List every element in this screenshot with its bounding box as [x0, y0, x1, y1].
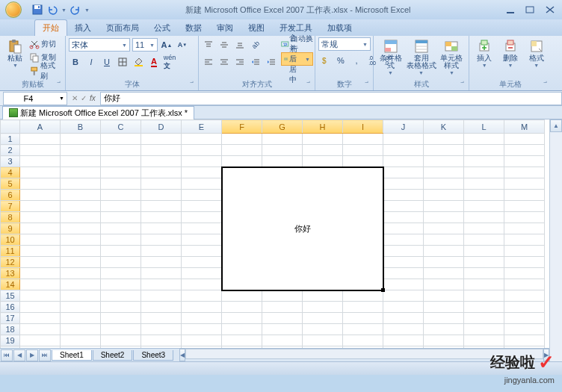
cell[interactable] [424, 234, 464, 246]
cell[interactable] [262, 145, 303, 156]
align-middle-button[interactable] [217, 38, 231, 52]
cell[interactable] [101, 290, 141, 302]
cell[interactable] [383, 290, 424, 302]
cell[interactable] [61, 167, 101, 178]
cell[interactable] [424, 335, 464, 346]
row-header[interactable]: 7 [1, 201, 20, 212]
cell[interactable] [424, 290, 464, 302]
column-header[interactable]: E [182, 120, 222, 134]
row-header[interactable]: 9 [1, 223, 20, 234]
cell[interactable] [141, 279, 182, 290]
cell[interactable] [343, 290, 383, 302]
cell[interactable] [262, 134, 303, 145]
cell[interactable] [262, 335, 303, 346]
cell[interactable] [464, 335, 504, 346]
tab-home[interactable]: 开始 [34, 19, 67, 36]
cell[interactable] [383, 178, 424, 190]
cell[interactable] [141, 257, 182, 268]
cell[interactable] [101, 134, 141, 145]
row-header[interactable]: 10 [1, 234, 20, 246]
cell[interactable] [464, 201, 504, 212]
cell[interactable] [343, 324, 383, 335]
tab-review[interactable]: 审阅 [209, 20, 241, 36]
cell[interactable] [504, 324, 545, 335]
cell[interactable] [141, 302, 182, 313]
cell[interactable] [141, 246, 182, 257]
cell[interactable] [182, 290, 222, 302]
align-left-button[interactable] [202, 55, 215, 69]
scroll-up-icon[interactable]: ▲ [550, 119, 562, 132]
cell[interactable] [141, 313, 182, 324]
cell[interactable] [20, 223, 61, 234]
cell[interactable] [262, 290, 303, 302]
cell[interactable] [222, 324, 262, 335]
prev-sheet-icon[interactable]: ◀ [13, 349, 25, 361]
cell[interactable] [61, 223, 101, 234]
cell[interactable] [424, 145, 464, 156]
cell[interactable] [61, 279, 101, 290]
cell[interactable] [222, 145, 262, 156]
align-bottom-button[interactable] [233, 38, 247, 52]
format-table-button[interactable]: 套用 表格格式▼ [406, 37, 436, 75]
cell[interactable] [303, 313, 343, 324]
font-color-button[interactable]: A [147, 55, 161, 69]
cell[interactable] [222, 134, 262, 145]
cell-styles-button[interactable]: 单元格 样式▼ [438, 37, 466, 75]
cell[interactable] [424, 156, 464, 167]
cell[interactable] [504, 223, 545, 234]
cell[interactable] [182, 201, 222, 212]
cell[interactable] [101, 145, 141, 156]
cell[interactable] [343, 156, 383, 167]
row-header[interactable]: 19 [1, 335, 20, 346]
orientation-button[interactable]: ab [249, 38, 262, 52]
cell[interactable] [141, 178, 182, 190]
row-header[interactable]: 17 [1, 313, 20, 324]
cell[interactable] [61, 212, 101, 223]
cell[interactable] [343, 134, 383, 145]
row-header[interactable]: 5 [1, 178, 20, 190]
cell[interactable] [464, 257, 504, 268]
cell[interactable] [222, 335, 262, 346]
save-icon[interactable] [31, 4, 43, 16]
column-header[interactable]: I [343, 120, 383, 134]
cell[interactable] [101, 190, 141, 201]
cell[interactable] [182, 246, 222, 257]
cell[interactable] [383, 268, 424, 279]
cell[interactable] [464, 212, 504, 223]
cell[interactable] [141, 201, 182, 212]
cell[interactable] [303, 134, 343, 145]
tab-view[interactable]: 视图 [241, 20, 272, 36]
cell[interactable] [424, 324, 464, 335]
row-header[interactable]: 13 [1, 268, 20, 279]
cell[interactable] [383, 201, 424, 212]
cell[interactable] [504, 313, 545, 324]
cell[interactable] [222, 290, 262, 302]
tab-addins[interactable]: 加载项 [320, 20, 359, 36]
merged-cell[interactable]: 你好 [222, 167, 383, 290]
cell[interactable] [182, 145, 222, 156]
cell[interactable] [61, 290, 101, 302]
column-header[interactable]: F [222, 120, 262, 134]
cell[interactable] [101, 302, 141, 313]
cell[interactable] [424, 246, 464, 257]
chevron-down-icon[interactable]: ▼ [57, 96, 67, 101]
cell[interactable] [182, 268, 222, 279]
cell[interactable] [20, 190, 61, 201]
cell[interactable] [20, 145, 61, 156]
cell[interactable] [20, 268, 61, 279]
cell[interactable] [464, 145, 504, 156]
next-sheet-icon[interactable]: ▶ [26, 349, 38, 361]
cell[interactable] [141, 223, 182, 234]
cell[interactable] [61, 156, 101, 167]
cell[interactable] [383, 156, 424, 167]
cell[interactable] [424, 313, 464, 324]
row-header[interactable]: 4 [1, 167, 20, 178]
column-header[interactable]: D [141, 120, 182, 134]
cell[interactable] [464, 134, 504, 145]
cell[interactable] [20, 178, 61, 190]
cell[interactable] [20, 302, 61, 313]
cell[interactable] [141, 134, 182, 145]
cell[interactable] [101, 335, 141, 346]
column-header[interactable]: A [20, 120, 61, 134]
cell[interactable] [182, 134, 222, 145]
